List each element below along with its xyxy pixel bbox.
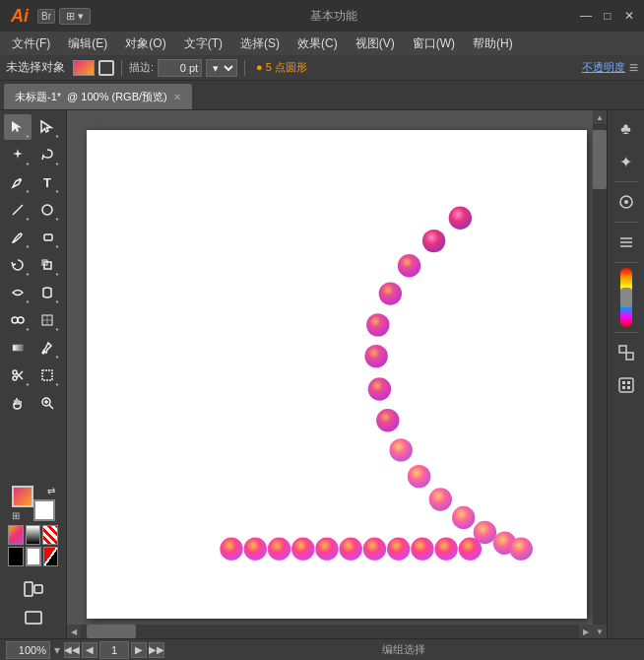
nav-last-btn[interactable]: ▶▶	[149, 642, 164, 658]
reset-colors-icon[interactable]: ⊞	[12, 510, 20, 521]
page-input[interactable]	[99, 641, 129, 659]
color-slider-thumb[interactable]	[620, 288, 632, 307]
menu-select[interactable]: 选择(S)	[232, 33, 288, 54]
color-section: ⇄ ⊞	[4, 478, 62, 570]
menu-object[interactable]: 对象(O)	[117, 33, 173, 54]
fill-white-box[interactable]	[26, 547, 41, 566]
right-panel-btn-6[interactable]	[612, 370, 641, 400]
nav-first-btn[interactable]: ◀◀	[64, 642, 80, 658]
gradient-tool[interactable]	[4, 335, 32, 361]
minimize-button[interactable]: —	[577, 7, 595, 25]
nav-prev-btn[interactable]: ◀	[82, 642, 97, 658]
hand-tool[interactable]	[4, 390, 32, 416]
scroll-thumb-h[interactable]	[87, 625, 136, 638]
scroll-down-btn[interactable]: ▼	[593, 625, 607, 638]
right-panel-btn-3[interactable]	[612, 187, 641, 217]
draw-mode-btn[interactable]	[6, 576, 61, 602]
mesh-tool[interactable]: ▸	[33, 307, 61, 333]
color-bw-box[interactable]	[26, 525, 41, 545]
pen-tool[interactable]: ▸	[4, 169, 32, 195]
color-slider[interactable]	[620, 268, 632, 327]
scroll-right-btn[interactable]: ▶	[579, 625, 593, 638]
rotate-tool[interactable]: ▸	[4, 252, 32, 278]
artboard-tool[interactable]: ▸	[33, 363, 61, 388]
zoom-input[interactable]	[6, 641, 50, 659]
stroke-value-input[interactable]	[158, 59, 202, 77]
tab-info: @ 100% (RGB/预览)	[67, 90, 167, 104]
scale-tool[interactable]: ▸	[33, 252, 61, 278]
zoom-arrow[interactable]: ▾	[54, 643, 60, 657]
line-tool[interactable]: ▸	[4, 197, 32, 223]
screen-mode-btn[interactable]	[6, 605, 61, 630]
horizontal-scrollbar[interactable]: ◀ ▶	[67, 625, 593, 638]
tool-row-2: ▸ ▸	[4, 142, 62, 167]
tab-close-button[interactable]: ✕	[173, 92, 181, 102]
svg-point-46	[387, 537, 410, 560]
scroll-up-btn[interactable]: ▲	[593, 110, 607, 124]
warp-tool[interactable]: ▸	[4, 280, 32, 305]
background-color-box[interactable]	[33, 499, 55, 521]
shape-tool[interactable]: ▸	[33, 197, 61, 223]
color-gradient-box[interactable]	[8, 525, 24, 545]
width-tool[interactable]: ▸	[33, 280, 61, 305]
menu-help[interactable]: 帮助(H)	[465, 33, 521, 54]
br-badge[interactable]: Br	[37, 9, 55, 24]
scroll-left-btn[interactable]: ◀	[67, 625, 81, 638]
menu-effect[interactable]: 效果(C)	[290, 33, 346, 54]
options-extra-icon[interactable]: ≡	[629, 59, 638, 77]
direct-select-tool[interactable]: ▸	[33, 114, 61, 140]
svg-point-34	[429, 488, 452, 510]
svg-rect-3	[44, 234, 52, 240]
menu-file[interactable]: 文件(F)	[4, 33, 58, 54]
stroke-icon[interactable]	[98, 60, 114, 76]
select-tool[interactable]: ▸	[4, 114, 32, 140]
lasso-tool[interactable]: ▸	[33, 142, 61, 167]
right-panel-btn-1[interactable]: ♣	[612, 114, 641, 144]
document-canvas[interactable]: ▲ ▼ ◀ ▶	[67, 110, 607, 638]
foreground-color-box[interactable]	[12, 486, 33, 507]
fill-color-swatch[interactable]	[73, 60, 95, 76]
zoom-tool[interactable]	[33, 390, 61, 416]
color-none-box[interactable]	[42, 525, 58, 545]
blend-tool[interactable]: ▸	[4, 307, 32, 333]
opacity-link[interactable]: 不透明度	[582, 60, 625, 75]
scissors-tool[interactable]: ▸	[4, 363, 32, 388]
svg-point-29	[364, 345, 387, 367]
menu-window[interactable]: 窗口(W)	[405, 33, 463, 54]
menu-text[interactable]: 文字(T)	[176, 33, 230, 54]
maximize-button[interactable]: □	[599, 7, 616, 25]
pencil-tool[interactable]: ▸	[4, 225, 32, 250]
fill-black-box[interactable]	[8, 547, 24, 566]
close-button[interactable]: ✕	[620, 7, 638, 25]
svg-line-1	[13, 205, 23, 215]
right-panel-btn-2[interactable]: ✦	[612, 147, 641, 176]
eraser-tool[interactable]: ▸	[33, 225, 61, 250]
doc-switcher[interactable]: ⊞ ▾	[59, 8, 91, 25]
doc-switcher-arrow: ▾	[78, 10, 84, 23]
color-fill-row	[8, 547, 58, 566]
nav-next-btn[interactable]: ▶	[131, 642, 147, 658]
svg-point-32	[389, 438, 412, 461]
vertical-scrollbar[interactable]: ▲ ▼	[593, 110, 607, 638]
scroll-thumb-v[interactable]	[593, 130, 607, 189]
type-icon: T	[43, 175, 51, 190]
eyedropper-tool[interactable]: ▸	[33, 335, 61, 361]
right-panel-btn-5[interactable]	[612, 338, 641, 367]
right-panel-btn-4[interactable]	[612, 228, 641, 257]
magic-wand-tool[interactable]: ▸	[4, 142, 32, 167]
svg-point-2	[42, 205, 52, 215]
svg-point-51	[624, 200, 628, 204]
tool-row-3: ▸ T ▸	[4, 169, 62, 195]
menu-edit[interactable]: 编辑(E)	[60, 33, 115, 54]
svg-point-39	[220, 537, 242, 560]
svg-point-48	[434, 537, 457, 560]
document-tab[interactable]: 未标题-1* @ 100% (RGB/预览) ✕	[4, 84, 192, 109]
title-bar: Ai Br ⊞ ▾ 基本功能 — □ ✕	[0, 0, 644, 32]
swap-colors-icon[interactable]: ⇄	[47, 486, 55, 496]
stroke-select[interactable]: ▾	[206, 59, 237, 77]
type-tool[interactable]: T ▸	[33, 169, 61, 195]
menu-view[interactable]: 视图(V)	[348, 33, 403, 54]
tool-row-1: ▸ ▸	[4, 114, 62, 140]
fill-none-box[interactable]	[43, 547, 59, 566]
left-toolbar: ▸ ▸ ▸ ▸ ▸ T ▸	[0, 110, 67, 638]
